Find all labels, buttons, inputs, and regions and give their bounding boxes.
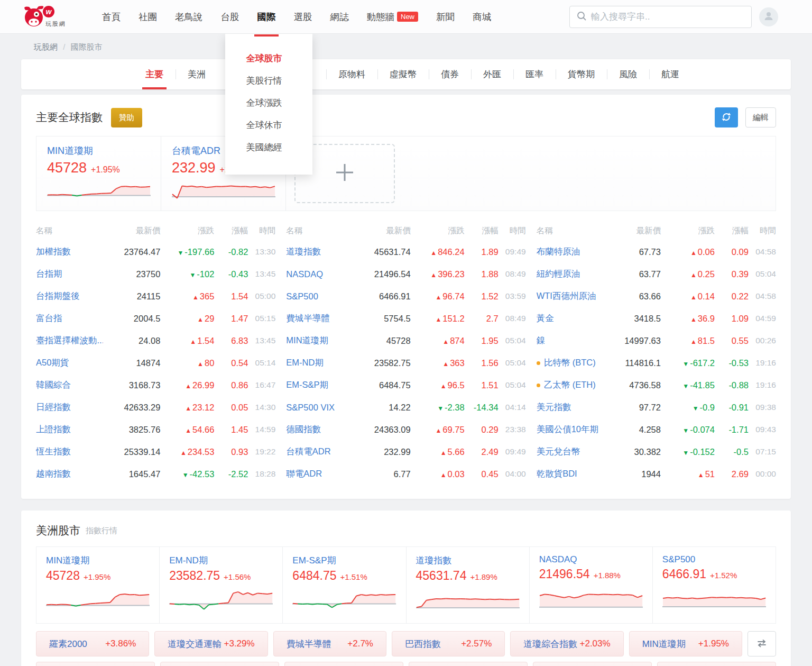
table-row: A50期貨14874▲800.5405:14 xyxy=(36,352,275,374)
tab-active[interactable]: 主要 xyxy=(133,59,176,89)
price-row: 45728+1.95% xyxy=(47,160,150,176)
gainer-chip[interactable]: MIN道瓊期+1.95% xyxy=(629,631,742,656)
sponsor-button[interactable]: 贊助 xyxy=(111,108,142,127)
nav-item[interactable]: 社團 xyxy=(130,0,166,34)
down-triangle-icon: ▼ xyxy=(682,427,689,434)
instrument-link[interactable]: S&P500 VIX xyxy=(286,403,353,413)
americas-index-card[interactable]: 道瓊指數45631.74+1.89% xyxy=(407,547,530,623)
chip-change-pct: +2.57% xyxy=(461,638,492,649)
time-cell: 23:38 xyxy=(499,425,526,434)
swap-toggle-button[interactable] xyxy=(748,631,776,656)
instrument-link[interactable]: 加權指數 xyxy=(36,246,103,258)
tab-item[interactable]: 航運 xyxy=(649,59,691,89)
time-cell: 13:45 xyxy=(248,336,275,345)
last-price-cell: 63.66 xyxy=(604,291,661,302)
americas-index-card[interactable]: EM-ND期23582.75+1.56% xyxy=(160,547,283,623)
gainer-chip[interactable]: 費城半導體+2.7% xyxy=(273,631,386,656)
americas-index-card[interactable]: EM-S&P期6484.75+1.51% xyxy=(283,547,406,623)
tab-item[interactable]: 債券 xyxy=(429,59,471,89)
instrument-link[interactable]: 乾散貨BDI xyxy=(537,468,604,480)
nav-item[interactable]: 台股 xyxy=(212,0,248,34)
logo[interactable]: w 玩股網 xyxy=(21,2,85,32)
nav-item[interactable]: 首頁 xyxy=(93,0,130,34)
instrument-link[interactable]: 美元兌台幣 xyxy=(537,446,604,458)
instrument-link[interactable]: 越南指數 xyxy=(36,468,103,480)
time-cell: 09:49 xyxy=(499,247,526,257)
americas-index-card[interactable]: MIN道瓊期45728+1.95% xyxy=(36,547,160,623)
instrument-link[interactable]: 日經指數 xyxy=(36,402,103,413)
instrument-link[interactable]: 韓國綜合 xyxy=(36,379,103,391)
nav-item[interactable]: 網誌 xyxy=(321,0,358,34)
instrument-link[interactable]: EM-ND期 xyxy=(286,357,353,369)
change-cell: ▲26.99 xyxy=(160,380,214,390)
column-header: 漲跌 xyxy=(160,225,214,236)
nav-item[interactable]: 國際 xyxy=(248,0,285,34)
instrument-link[interactable]: 乙太幣 (ETH) xyxy=(537,379,604,391)
instrument-link[interactable]: 道瓊指數 xyxy=(286,246,353,258)
nav-item[interactable]: 新聞 xyxy=(427,0,464,34)
change-cell: ▲69.75 xyxy=(411,425,465,435)
dropdown-item[interactable]: 美股行情 xyxy=(225,70,312,92)
tab-item[interactable]: 外匯 xyxy=(471,59,513,89)
tab-item[interactable]: 虛擬幣 xyxy=(377,59,429,89)
instrument-link[interactable]: 富台指 xyxy=(36,313,103,324)
nav-item[interactable]: 老鳥說 xyxy=(166,0,212,34)
dropdown-item[interactable]: 全球漲跌 xyxy=(225,92,312,114)
instrument-link[interactable]: 黃金 xyxy=(537,313,604,324)
watchlist-card[interactable]: MIN道瓊期45728+1.95% xyxy=(36,136,161,211)
tab-item[interactable]: 匯率 xyxy=(513,59,556,89)
gainer-chip-partial xyxy=(409,662,528,666)
gainer-chip[interactable]: 羅素2000+3.86% xyxy=(36,631,149,656)
nav-item-label: 台股 xyxy=(221,11,239,23)
instrument-link[interactable]: WTI西德州原油 xyxy=(537,290,604,302)
edit-button[interactable]: 編輯 xyxy=(745,107,776,127)
change-cell: ▲234.53 xyxy=(160,447,214,457)
avatar[interactable] xyxy=(759,7,778,26)
instrument-link[interactable]: MIN道瓊期 xyxy=(286,335,353,346)
dropdown-item[interactable]: 全球股市 xyxy=(225,48,312,70)
search-input[interactable] xyxy=(591,12,745,22)
instrument-link[interactable]: 費城半導體 xyxy=(286,313,353,324)
refresh-button[interactable] xyxy=(715,107,738,127)
global-indices-section: 主要全球指數 贊助 編輯 MIN道瓊期45728+1.95%台積電ADR232.… xyxy=(21,95,791,499)
dropdown-item[interactable]: 全球休市 xyxy=(225,114,312,136)
instrument-link[interactable]: 鎳 xyxy=(537,335,604,346)
instrument-link[interactable]: 上證指數 xyxy=(36,424,103,435)
tab-item[interactable]: 原物料 xyxy=(326,59,377,89)
column-header: 漲跌 xyxy=(661,225,715,236)
instrument-link[interactable]: S&P500 xyxy=(286,291,353,302)
index-change-pct: +1.56% xyxy=(224,572,251,581)
instrument-link[interactable]: 比特幣 (BTC) xyxy=(537,357,604,369)
instrument-link[interactable]: 恆生指數 xyxy=(36,446,103,458)
section-title: 美洲股市 xyxy=(36,523,80,538)
gainer-chip[interactable]: 巴西指數+2.57% xyxy=(392,631,505,656)
dropdown-item[interactable]: 美國總經 xyxy=(225,136,312,159)
instrument-link[interactable]: 紐約輕原油 xyxy=(537,268,604,280)
instrument-link[interactable]: EM-S&P期 xyxy=(286,379,353,391)
instrument-link[interactable]: 聯電ADR xyxy=(286,468,353,480)
instrument-link[interactable]: 台指期盤後 xyxy=(36,290,103,302)
instrument-link[interactable]: 台指期 xyxy=(36,268,103,280)
instrument-link[interactable]: 台積電ADR xyxy=(286,446,353,458)
nav-item[interactable]: 商城 xyxy=(464,0,500,34)
instrument-link[interactable]: 美國公債10年期 xyxy=(537,424,604,435)
chip-change-pct: +3.29% xyxy=(224,638,255,649)
instrument-link[interactable]: 臺指選擇權波動... xyxy=(36,335,103,346)
tab-item[interactable]: 美洲 xyxy=(176,59,218,89)
instrument-link[interactable]: 美元指數 xyxy=(537,402,604,413)
gainer-chip[interactable]: 道瓊綜合指數+2.03% xyxy=(510,631,623,656)
instrument-link[interactable]: 德國指數 xyxy=(286,424,353,435)
americas-index-card[interactable]: NASDAQ21496.54+1.88% xyxy=(530,547,653,623)
instrument-link[interactable]: 布蘭特原油 xyxy=(537,246,604,258)
nav-item[interactable]: 動態牆New xyxy=(358,0,428,34)
tab-item[interactable]: 風險 xyxy=(607,59,649,89)
column-header: 最新價 xyxy=(354,225,411,236)
tab-item[interactable]: 貨幣期 xyxy=(556,59,607,89)
breadcrumb-home-link[interactable]: 玩股網 xyxy=(34,42,58,51)
time-cell: 04:58 xyxy=(749,291,776,301)
americas-index-card[interactable]: S&P5006466.91+1.52% xyxy=(653,547,776,623)
instrument-link[interactable]: A50期貨 xyxy=(36,357,103,369)
gainer-chip[interactable]: 道瓊交通運輸+3.29% xyxy=(154,631,267,656)
nav-item[interactable]: 選股 xyxy=(285,0,321,34)
instrument-link[interactable]: NASDAQ xyxy=(286,269,353,279)
